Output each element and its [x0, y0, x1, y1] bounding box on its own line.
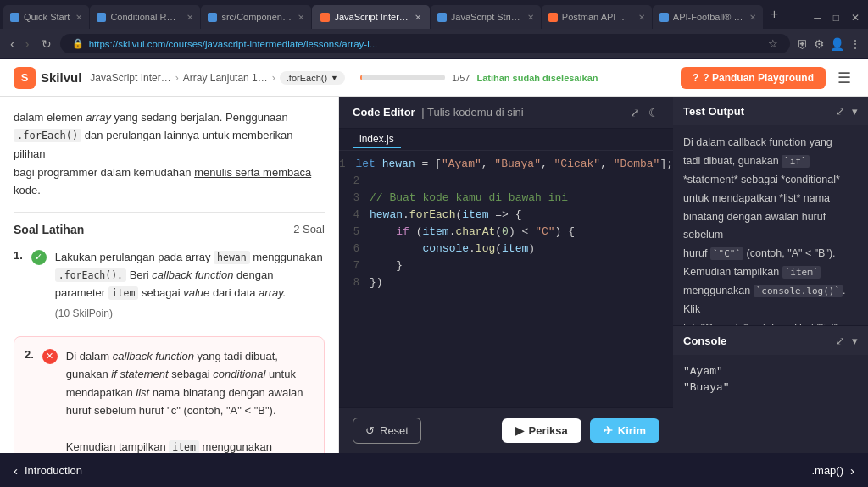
editor-actions: ⤢ ☾ — [630, 106, 659, 119]
more-icon[interactable]: ⋮ — [849, 37, 861, 51]
address-text: https://skilvul.com/courses/javascript-i… — [89, 39, 378, 49]
main-body: dalam elemen array yang sedang berjalan.… — [0, 97, 868, 453]
code-line-2: 2 — [339, 173, 673, 190]
code-line-5: 5 if (item.charAt(0) < "C") { — [339, 224, 673, 241]
extension-icon-1[interactable]: ⛨ — [797, 37, 809, 51]
forward-button[interactable]: › — [21, 35, 32, 53]
progress-bar-bg — [360, 75, 445, 80]
code-line-6: 6 console.log(item) — [339, 241, 673, 257]
exercise-item-2: 2. ✕ Di dalam callback function yang tad… — [14, 336, 325, 453]
console-title: Console — [683, 335, 726, 347]
progress-bar-fill — [360, 75, 362, 80]
bottom-bar-right[interactable]: .map() › — [811, 463, 854, 478]
code-line-3: 3 // Buat kode kamu di bawah ini — [339, 190, 673, 207]
tab-api-football[interactable]: API-Football® - E… ✕ — [653, 5, 763, 29]
reset-icon: ↺ — [365, 424, 375, 437]
send-icon: ✈ — [604, 424, 613, 437]
logo-icon: S — [14, 67, 36, 89]
tab-conditional-rend[interactable]: Conditional Rend % ✕ — [90, 5, 200, 29]
file-tab-bar: index.js — [339, 129, 673, 151]
bottom-bar-left[interactable]: ‹ Introduction — [14, 463, 82, 478]
chevron-right-icon: › — [850, 463, 854, 478]
tab-src-components[interactable]: src/Components/… ✕ — [201, 5, 311, 29]
expand-icon[interactable]: ⤢ — [630, 106, 640, 119]
console-line-1: "Ayam" — [683, 363, 858, 379]
star-icon[interactable]: ☆ — [768, 37, 778, 50]
exercise-item-1: 1. ✓ Lakukan perulangan pada array hewan… — [14, 248, 325, 323]
extension-icon-2[interactable]: ⚙ — [814, 37, 825, 51]
code-footer: ↺ Reset ▶ Periksa ✈ Kirim — [339, 407, 673, 453]
test-output-section: Test Output ⤢ ▾ Di dalam callback functi… — [673, 97, 868, 326]
exercise-num-1: 1. — [14, 248, 23, 262]
right-panel: Test Output ⤢ ▾ Di dalam callback functi… — [673, 97, 868, 453]
expand-test-icon[interactable]: ⤢ — [836, 105, 845, 118]
tab-javascript-inter[interactable]: JavaScript Inter… ✕ — [312, 5, 429, 29]
tab-close-icon[interactable]: ✕ — [415, 13, 421, 22]
breadcrumb: JavaScript Inter… › Array Lanjutan 1… › … — [90, 71, 345, 85]
lock-icon: 🔒 — [72, 38, 84, 49]
help-button[interactable]: ? ? Panduan Playground — [681, 67, 826, 89]
console-line-2: "Buaya" — [683, 379, 858, 396]
tab-close-icon[interactable]: ✕ — [527, 13, 534, 22]
progress-text: 1/57 — [452, 73, 470, 83]
kirim-button[interactable]: ✈ Kirim — [590, 418, 659, 443]
exercise-points-1: (10 SkilPoin) — [55, 306, 325, 323]
editor-title: Code Editor | Tulis kodemu di sini — [353, 106, 524, 119]
maximize-button[interactable]: □ — [828, 10, 844, 25]
breadcrumb-current[interactable]: .forEach() ▼ — [280, 71, 345, 85]
completed-text: Latihan sudah diselesaikan — [476, 73, 598, 83]
code-area[interactable]: 1 let hewan = ["Ayam", "Buaya", "Cicak",… — [339, 151, 673, 407]
tab-close-icon[interactable]: ✕ — [749, 13, 756, 22]
theme-toggle-icon[interactable]: ☾ — [648, 106, 659, 119]
tab-javascript-string[interactable]: JavaScript String &… ✕ — [431, 5, 541, 29]
tab-close-icon[interactable]: ✕ — [638, 13, 645, 22]
test-output-title: Test Output — [683, 105, 744, 118]
tab-close-icon[interactable]: ✕ — [298, 13, 304, 22]
console-header: Console ⤢ ▾ — [673, 326, 868, 355]
play-icon: ▶ — [515, 424, 524, 437]
reload-button[interactable]: ↻ — [36, 36, 57, 53]
chevron-left-icon: ‹ — [14, 463, 18, 478]
close-button[interactable]: ✕ — [846, 10, 865, 25]
breadcrumb-sep-2: › — [272, 72, 275, 84]
intro-text: dalam elemen array yang sedang berjalan.… — [14, 108, 325, 200]
back-button[interactable]: ‹ — [7, 35, 18, 53]
expand-console-icon[interactable]: ⤢ — [836, 335, 845, 347]
app-header: S Skilvul JavaScript Inter… › Array Lanj… — [0, 59, 868, 97]
exercise-icon-success: ✓ — [31, 250, 47, 265]
code-line-7: 7 } — [339, 257, 673, 274]
code-editor-panel: Code Editor | Tulis kodemu di sini ⤢ ☾ i… — [339, 97, 673, 453]
code-line-4: 4 hewan.forEach(item => { — [339, 207, 673, 224]
file-tab-indexjs[interactable]: index.js — [353, 130, 401, 148]
periksa-button[interactable]: ▶ Periksa — [502, 418, 581, 443]
soal-header: Soal Latihan 2 Soal — [14, 212, 325, 236]
tab-close-icon[interactable]: ✕ — [186, 13, 193, 22]
new-tab-button[interactable]: + — [764, 7, 785, 22]
collapse-test-icon[interactable]: ▾ — [852, 105, 858, 118]
browser-chrome: Quick Start ✕ Conditional Rend % ✕ src/C… — [0, 0, 868, 453]
user-icon[interactable]: 👤 — [830, 37, 844, 51]
logo: S Skilvul — [14, 67, 81, 89]
tab-quick-start[interactable]: Quick Start ✕ — [3, 5, 89, 29]
progress-section: 1/57 Latihan sudah diselesaikan — [360, 73, 598, 83]
question-icon: ? — [693, 72, 698, 84]
exercise-num-2: 2. — [25, 347, 34, 361]
collapse-console-icon[interactable]: ▾ — [852, 335, 858, 347]
page-content: S Skilvul JavaScript Inter… › Array Lanj… — [0, 59, 868, 453]
nav-bar: ‹ › ↻ 🔒 https://skilvul.com/courses/java… — [0, 29, 868, 59]
menu-icon[interactable]: ☰ — [834, 65, 854, 91]
address-bar[interactable]: 🔒 https://skilvul.com/courses/javascript… — [60, 34, 790, 53]
exercise-content-2: Di dalam callback function yang tadi dib… — [66, 347, 314, 453]
console-section: Console ⤢ ▾ "Ayam" "Buaya" — [673, 326, 868, 453]
console-output: "Ayam" "Buaya" — [673, 355, 868, 453]
reset-button[interactable]: ↺ Reset — [353, 418, 421, 444]
tab-close-icon[interactable]: ✕ — [75, 13, 82, 22]
tab-bar: Quick Start ✕ Conditional Rend % ✕ src/C… — [0, 0, 868, 29]
tab-postman[interactable]: Postman API Plat… ✕ — [542, 5, 652, 29]
code-editor-header: Code Editor | Tulis kodemu di sini ⤢ ☾ — [339, 97, 673, 129]
minimize-button[interactable]: ─ — [809, 10, 826, 25]
code-line-8: 8 }) — [339, 274, 673, 291]
breadcrumb-sep-1: › — [175, 72, 179, 84]
breadcrumb-item-1: JavaScript Inter… — [90, 72, 170, 84]
code-line-1: 1 let hewan = ["Ayam", "Buaya", "Cicak",… — [339, 156, 673, 173]
